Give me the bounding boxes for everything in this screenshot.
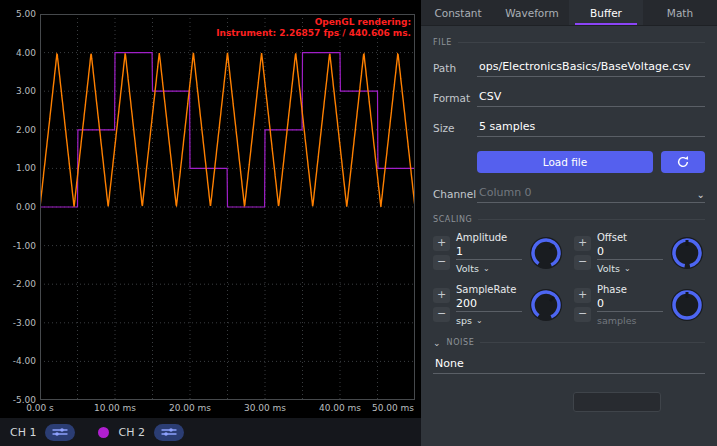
load-file-button[interactable]: Load file (477, 151, 653, 173)
section-rule (478, 219, 705, 220)
chevron-down-icon[interactable]: ⌄ (697, 189, 705, 203)
offset-value-input[interactable]: 0 (597, 245, 663, 260)
noise-row: None (433, 357, 705, 374)
amplitude-unit: Volts (456, 263, 479, 274)
y-tick-label: 2.00 (0, 125, 36, 135)
ch2-label: CH 2 (118, 426, 144, 439)
y-tick-label: 4.00 (0, 48, 36, 58)
phase-control: + − Phase 0 samples (574, 284, 705, 326)
channel-label: Channel (433, 188, 477, 203)
format-label: Format (433, 92, 477, 107)
offset-unit-select[interactable]: Volts ⌄ (597, 263, 663, 274)
ch1-settings-button[interactable] (45, 424, 75, 441)
render-stats-line2: Instrument: 2.26857 fps / 440.606 ms. (216, 28, 411, 39)
channel-select[interactable]: Column 0 (477, 186, 697, 203)
render-stats-line1: OpenGL rendering: (216, 17, 411, 28)
x-tick-label: 20.00 ms (165, 403, 215, 413)
phase-value-input[interactable]: 0 (597, 297, 663, 312)
amplitude-value-input[interactable]: 1 (456, 245, 522, 260)
scope-plot (40, 14, 415, 400)
path-input[interactable]: ops/ElectronicsBasics/BaseVoltage.csv (477, 60, 705, 77)
format-input[interactable]: CSV (477, 90, 705, 107)
chevron-down-icon: ⌄ (483, 264, 490, 273)
ch2-color-dot (98, 427, 109, 438)
amplitude-unit-select[interactable]: Volts ⌄ (456, 263, 522, 274)
partially-visible-control (573, 392, 661, 412)
noise-section-label: NOISE (447, 338, 475, 347)
phase-unit: samples (597, 315, 663, 326)
x-tick-label: 50.00 ms (368, 403, 418, 413)
tab-math[interactable]: Math (643, 0, 717, 25)
offset-stepper: + − (574, 236, 591, 270)
samplerate-increment-button[interactable]: + (433, 288, 450, 303)
y-tick-label: 3.00 (0, 86, 36, 96)
tab-constant[interactable]: Constant (421, 0, 495, 25)
section-rule (480, 342, 705, 343)
chevron-down-icon: ⌄ (624, 264, 631, 273)
path-label: Path (433, 62, 477, 77)
y-tick-label: -3.00 (0, 318, 36, 328)
file-buttons-row: Load file (477, 151, 705, 173)
amplitude-stepper: + − (433, 236, 450, 270)
amplitude-increment-button[interactable]: + (433, 236, 450, 251)
phase-knob[interactable] (669, 287, 705, 323)
scaling-controls: + − Amplitude 1 Volts ⌄ (433, 232, 705, 326)
section-rule (458, 42, 705, 43)
samplerate-knob[interactable] (528, 287, 564, 323)
phase-decrement-button[interactable]: − (574, 307, 591, 322)
phase-increment-button[interactable]: + (574, 288, 591, 303)
samplerate-value-input[interactable]: 200 (456, 297, 522, 312)
sliders-icon (51, 427, 69, 437)
noise-select[interactable]: None (433, 357, 705, 374)
y-tick-label: 0.00 (0, 202, 36, 212)
amplitude-control: + − Amplitude 1 Volts ⌄ (433, 232, 564, 274)
amplitude-knob[interactable] (528, 235, 564, 271)
samplerate-unit: sps (456, 315, 472, 326)
format-row: Format CSV (433, 90, 705, 107)
file-section-header: FILE (433, 38, 705, 47)
render-stats-overlay: OpenGL rendering: Instrument: 2.26857 fp… (216, 17, 411, 39)
sliders-icon (160, 427, 178, 437)
x-tick-label: 10.00 ms (90, 403, 140, 413)
size-label: Size (433, 122, 477, 137)
phase-unit-label: samples (597, 315, 637, 326)
y-tick-label: 5.00 (0, 9, 36, 19)
y-tick-label: -2.00 (0, 279, 36, 289)
offset-knob[interactable] (669, 235, 705, 271)
oscilloscope-display: 5.004.003.002.001.000.00-1.00-2.00-3.00-… (0, 0, 421, 418)
path-row: Path ops/ElectronicsBasics/BaseVoltage.c… (433, 60, 705, 77)
x-tick-label: 40.00 ms (315, 403, 365, 413)
channel-bar: CH 1 CH 2 (0, 418, 421, 446)
signal-source-panel: Constant Waveform Buffer Math FILE Path … (421, 0, 717, 446)
scaling-section-label: SCALING (433, 215, 472, 224)
scaling-section-header: SCALING (433, 215, 705, 224)
chevron-down-icon: ⌄ (476, 316, 483, 325)
samplerate-stepper: + − (433, 288, 450, 322)
offset-increment-button[interactable]: + (574, 236, 591, 251)
tab-waveform[interactable]: Waveform (495, 0, 569, 25)
app-window: 5.004.003.002.001.000.00-1.00-2.00-3.00-… (0, 0, 717, 446)
offset-control: + − Offset 0 Volts ⌄ (574, 232, 705, 274)
size-row: Size 5 samples (433, 120, 705, 137)
refresh-icon (676, 155, 690, 169)
samplerate-name: SampleRate (456, 284, 522, 295)
ch1-label: CH 1 (10, 426, 36, 439)
samplerate-decrement-button[interactable]: − (433, 307, 450, 322)
ch2-settings-button[interactable] (154, 424, 184, 441)
tab-buffer[interactable]: Buffer (569, 0, 643, 25)
noise-section-header[interactable]: ⌄ NOISE (433, 338, 705, 347)
file-section-label: FILE (433, 38, 452, 47)
amplitude-decrement-button[interactable]: − (433, 255, 450, 270)
offset-decrement-button[interactable]: − (574, 255, 591, 270)
offset-name: Offset (597, 232, 663, 243)
y-tick-label: 1.00 (0, 163, 36, 173)
phase-name: Phase (597, 284, 663, 295)
y-tick-label: -4.00 (0, 356, 36, 366)
y-tick-label: -1.00 (0, 241, 36, 251)
x-tick-label: 30.00 ms (240, 403, 290, 413)
reload-file-button[interactable] (661, 151, 705, 173)
samplerate-unit-select[interactable]: sps ⌄ (456, 315, 522, 326)
trace-ch2 (40, 53, 415, 207)
offset-unit: Volts (597, 263, 620, 274)
size-input[interactable]: 5 samples (477, 120, 705, 137)
